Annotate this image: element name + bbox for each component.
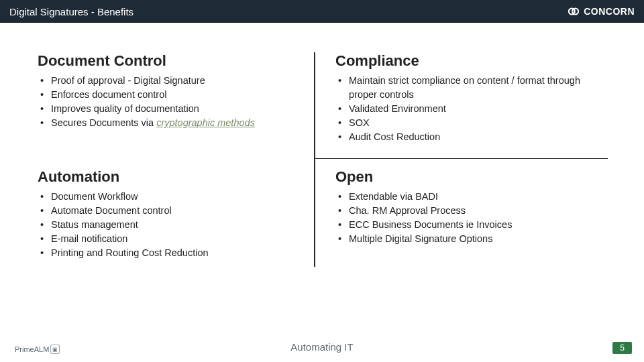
list-item: Extendable via BADI: [335, 190, 606, 204]
list-item: Proof of approval - Digital Signature: [38, 74, 309, 88]
quadrant-list: Document Workflow Automate Document cont…: [38, 190, 309, 260]
footer-logo-badge-icon: ▣: [50, 345, 60, 354]
list-item: Audit Cost Reduction: [335, 130, 606, 144]
list-item: Cha. RM Approval Process: [335, 204, 606, 218]
footer-left-logo: PrimeALM ▣: [15, 345, 60, 354]
list-item: Printing and Routing Cost Reduction: [38, 246, 309, 260]
list-item: E-mail notification: [38, 232, 309, 246]
list-item: Maintain strict compliance on content / …: [335, 74, 606, 102]
emphasis-text: cryptographic methods: [156, 117, 255, 128]
list-item: Validated Environment: [335, 102, 606, 116]
list-item: Multiple Digital Signature Options: [335, 232, 606, 246]
list-item: Document Workflow: [38, 190, 309, 204]
page-number-badge: 5: [612, 342, 632, 354]
list-item: Improves quality of documentation: [38, 102, 309, 116]
list-item: ECC Business Documents ie Invoices: [335, 218, 606, 232]
list-item: Status management: [38, 218, 309, 232]
list-item: SOX: [335, 116, 606, 130]
quadrant-heading: Automation: [38, 168, 309, 186]
slide-header: Digital Signatures - Benefits CONCORN: [0, 0, 644, 23]
footer-center-text: Automating IT: [290, 341, 353, 353]
quadrant-heading: Compliance: [335, 52, 606, 70]
company-logo-icon: [568, 6, 580, 17]
quadrant-list: Maintain strict compliance on content / …: [335, 74, 606, 144]
company-logo-text: CONCORN: [584, 6, 635, 17]
horizontal-divider: [314, 158, 608, 159]
footer-logo-text: PrimeALM: [15, 345, 49, 353]
quadrant-heading: Document Control: [38, 52, 309, 70]
quadrant-heading: Open: [335, 168, 606, 186]
slide-body: Document Control Proof of approval - Dig…: [0, 23, 644, 260]
slide-footer: PrimeALM ▣ Automating IT 5: [0, 338, 644, 355]
quadrant-compliance: Compliance Maintain strict compliance on…: [335, 52, 606, 144]
quadrant-automation: Automation Document Workflow Automate Do…: [38, 168, 309, 260]
quadrant-document-control: Document Control Proof of approval - Dig…: [38, 52, 309, 144]
quadrant-list: Proof of approval - Digital Signature En…: [38, 74, 309, 130]
list-item: Automate Document control: [38, 204, 309, 218]
quadrant-grid: Document Control Proof of approval - Dig…: [38, 52, 606, 260]
quadrant-list: Extendable via BADI Cha. RM Approval Pro…: [335, 190, 606, 246]
list-item: Enforces document control: [38, 88, 309, 102]
company-logo: CONCORN: [568, 6, 635, 17]
list-item: Secures Documents via cryptographic meth…: [38, 116, 309, 130]
slide-title: Digital Signatures - Benefits: [9, 6, 133, 17]
vertical-divider: [314, 52, 315, 267]
quadrant-open: Open Extendable via BADI Cha. RM Approva…: [335, 168, 606, 260]
